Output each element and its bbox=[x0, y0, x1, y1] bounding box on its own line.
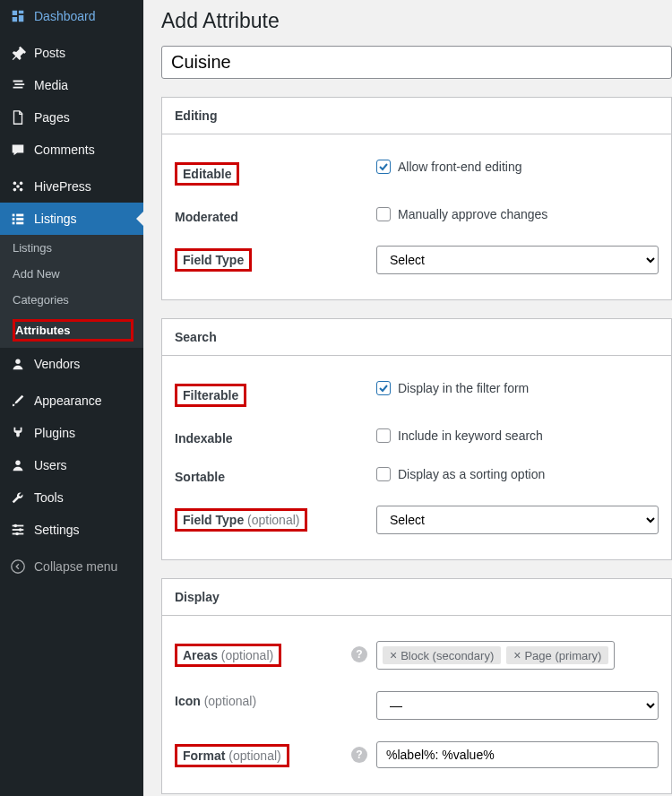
list-icon bbox=[9, 210, 27, 228]
sidebar-label: Pages bbox=[34, 110, 70, 125]
format-input[interactable] bbox=[376, 741, 659, 768]
hivepress-icon bbox=[9, 177, 27, 195]
tag-remove-icon[interactable]: × bbox=[513, 648, 521, 662]
indexable-checkbox[interactable] bbox=[376, 428, 391, 443]
sidebar-item-comments[interactable]: Comments bbox=[0, 134, 143, 166]
dashboard-icon bbox=[9, 7, 27, 25]
sidebar-item-listings[interactable]: Listings bbox=[0, 203, 143, 235]
areas-help-icon[interactable]: ? bbox=[351, 646, 367, 662]
sidebar-label: Dashboard bbox=[34, 9, 96, 23]
areas-optional: (optional) bbox=[221, 648, 273, 662]
svg-point-3 bbox=[20, 188, 23, 192]
search-fieldtype-label: Field Type bbox=[183, 513, 244, 527]
sidebar-item-collapse[interactable]: Collapse menu bbox=[0, 550, 143, 583]
sidebar-item-vendors[interactable]: Vendors bbox=[0, 348, 143, 380]
tag-remove-icon[interactable]: × bbox=[390, 648, 397, 662]
icon-select[interactable]: — bbox=[376, 691, 659, 720]
moderated-checkbox[interactable] bbox=[376, 207, 391, 221]
svg-point-4 bbox=[16, 185, 20, 188]
sidebar-item-appearance[interactable]: Appearance bbox=[0, 385, 143, 417]
svg-point-0 bbox=[13, 182, 17, 186]
sidebar-item-tools[interactable]: Tools bbox=[0, 481, 143, 514]
search-fieldtype-select[interactable]: Select bbox=[376, 506, 659, 534]
indexable-label: Indexable bbox=[175, 428, 376, 446]
svg-point-19 bbox=[12, 560, 24, 573]
areas-label: Areas bbox=[183, 648, 218, 662]
sidebar-label: Plugins bbox=[34, 426, 75, 440]
submenu-item-categories[interactable]: Categories bbox=[0, 287, 143, 313]
vendor-icon bbox=[9, 355, 27, 373]
sidebar-item-hivepress[interactable]: HivePress bbox=[0, 170, 143, 203]
sidebar-label: Settings bbox=[34, 523, 80, 537]
svg-point-17 bbox=[19, 528, 22, 532]
media-icon bbox=[9, 76, 27, 94]
icon-optional: (optional) bbox=[204, 694, 256, 708]
sidebar-item-settings[interactable]: Settings bbox=[0, 514, 143, 546]
sidebar-label: HivePress bbox=[34, 179, 91, 194]
tag-block-secondary: ×Block (secondary) bbox=[383, 646, 501, 664]
sidebar-item-media[interactable]: Media bbox=[0, 69, 143, 101]
svg-rect-7 bbox=[13, 218, 15, 221]
svg-point-16 bbox=[14, 524, 18, 528]
sidebar-item-posts[interactable]: Posts bbox=[0, 37, 143, 69]
format-optional: (optional) bbox=[228, 748, 280, 763]
indexable-check-label: Include in keyword search bbox=[398, 428, 543, 443]
plug-icon bbox=[9, 424, 27, 442]
filterable-label: Filterable bbox=[175, 384, 246, 407]
editable-label: Editable bbox=[175, 162, 239, 186]
sidebar-item-plugins[interactable]: Plugins bbox=[0, 417, 143, 449]
section-title-display: Display bbox=[162, 579, 671, 616]
icon-label: Icon bbox=[175, 694, 201, 708]
moderated-label: Moderated bbox=[175, 207, 376, 224]
editing-section: Editing Editable Allow front-end editing… bbox=[161, 97, 672, 300]
section-title-editing: Editing bbox=[162, 98, 671, 134]
svg-point-1 bbox=[20, 182, 23, 186]
section-title-search: Search bbox=[162, 319, 671, 356]
editing-fieldtype-select[interactable]: Select bbox=[376, 246, 659, 274]
user-icon bbox=[9, 456, 27, 474]
attribute-title-input[interactable] bbox=[161, 46, 672, 79]
search-fieldtype-optional: (optional) bbox=[247, 513, 299, 527]
format-help-icon[interactable]: ? bbox=[351, 747, 367, 763]
search-section: Search Filterable Display in the filter … bbox=[161, 318, 672, 560]
submenu: Listings Add New Categories Attributes bbox=[0, 235, 143, 348]
sortable-label: Sortable bbox=[175, 467, 376, 484]
sortable-checkbox[interactable] bbox=[376, 467, 391, 481]
filterable-checkbox[interactable] bbox=[376, 381, 391, 395]
svg-rect-8 bbox=[16, 218, 23, 221]
moderated-check-label: Manually approve changes bbox=[398, 207, 547, 221]
tag-page-primary: ×Page (primary) bbox=[506, 646, 608, 664]
brush-icon bbox=[9, 392, 27, 410]
sidebar-item-pages[interactable]: Pages bbox=[0, 101, 143, 134]
pin-icon bbox=[9, 44, 27, 62]
submenu-item-add-new[interactable]: Add New bbox=[0, 261, 143, 287]
sidebar-label: Comments bbox=[34, 143, 95, 157]
tag-label: Page (primary) bbox=[524, 649, 601, 662]
sidebar-item-users[interactable]: Users bbox=[0, 449, 143, 481]
sortable-check-label: Display as a sorting option bbox=[398, 467, 545, 481]
sidebar-label: Posts bbox=[34, 46, 65, 60]
main-content: Add Attribute Editing Editable Allow fro… bbox=[143, 0, 672, 796]
editing-fieldtype-label: Field Type bbox=[175, 248, 252, 272]
sliders-icon bbox=[9, 521, 27, 539]
submenu-item-listings[interactable]: Listings bbox=[0, 235, 143, 261]
sidebar-label: Appearance bbox=[34, 394, 102, 408]
admin-sidebar: Dashboard Posts Media Pages Comments Hiv… bbox=[0, 0, 143, 796]
sidebar-label: Listings bbox=[34, 212, 76, 226]
sidebar-label: Users bbox=[34, 458, 67, 472]
comment-icon bbox=[9, 141, 27, 159]
sidebar-label: Collapse menu bbox=[34, 559, 117, 574]
tag-label: Block (secondary) bbox=[401, 649, 494, 662]
svg-point-12 bbox=[15, 461, 20, 465]
svg-point-2 bbox=[13, 188, 17, 192]
page-icon bbox=[9, 108, 27, 126]
sidebar-item-dashboard[interactable]: Dashboard bbox=[0, 0, 143, 32]
editable-checkbox[interactable] bbox=[376, 160, 391, 174]
svg-rect-9 bbox=[13, 222, 15, 225]
svg-rect-5 bbox=[13, 214, 15, 217]
editable-check-label: Allow front-end editing bbox=[398, 160, 522, 174]
submenu-label: Attributes bbox=[13, 319, 134, 342]
submenu-item-attributes[interactable]: Attributes bbox=[0, 313, 143, 348]
areas-tags-input[interactable]: ×Block (secondary) ×Page (primary) bbox=[376, 641, 615, 670]
svg-point-11 bbox=[15, 359, 20, 364]
